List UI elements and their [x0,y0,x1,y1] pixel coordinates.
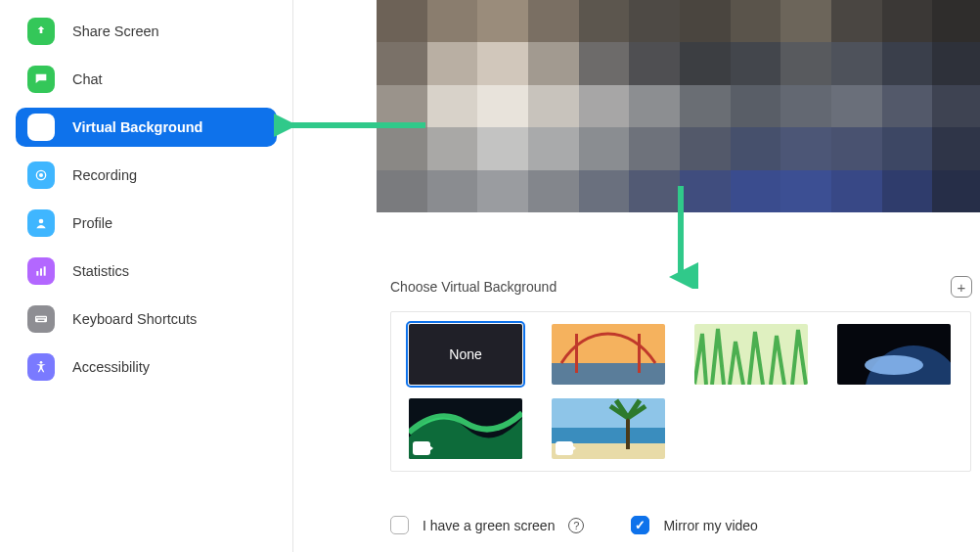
svg-rect-10 [38,317,39,318]
video-badge-icon [413,441,430,455]
video-badge-icon [556,441,573,455]
sidebar-item-label: Share Screen [72,23,159,39]
sidebar-item-label: Profile [72,215,112,231]
svg-rect-13 [44,317,45,318]
background-thumbnails: None [390,311,971,472]
thumb-bridge[interactable] [552,324,665,385]
sidebar-item-recording[interactable]: Recording [16,156,277,195]
svg-rect-28 [626,418,630,449]
svg-point-15 [40,361,43,364]
svg-rect-16 [552,324,665,363]
sidebar-item-share-screen[interactable]: Share Screen [16,12,277,51]
thumb-beach[interactable] [552,398,665,459]
chat-bubble-icon [27,66,55,93]
thumb-none[interactable]: None [409,324,522,385]
options-row: I have a green screen ? Mirror my video [390,516,758,534]
share-upload-icon [27,18,55,45]
svg-rect-9 [36,317,37,318]
bar-chart-icon [27,257,55,285]
svg-point-3 [39,173,43,177]
svg-rect-18 [575,334,578,373]
sidebar-item-label: Keyboard Shortcuts [72,311,197,327]
svg-rect-8 [35,316,47,323]
svg-rect-17 [552,363,665,385]
svg-rect-14 [38,320,45,321]
mirror-video-checkbox[interactable] [631,516,649,534]
sidebar-item-chat[interactable]: Chat [16,60,277,99]
record-icon [27,161,55,189]
svg-point-1 [40,124,43,127]
sidebar-item-label: Chat [72,71,103,87]
sidebar-item-statistics[interactable]: Statistics [16,252,277,291]
svg-rect-7 [44,266,46,275]
sidebar-item-accessibility[interactable]: Accessibility [16,347,277,387]
sidebar-item-keyboard-shortcuts[interactable]: Keyboard Shortcuts [16,299,277,339]
help-icon[interactable]: ? [568,518,584,533]
sidebar-item-label: Virtual Background [72,119,202,135]
svg-rect-5 [36,271,38,276]
video-preview-image [377,0,980,212]
person-icon [27,209,55,237]
add-background-button[interactable]: + [951,276,972,298]
sidebar-item-label: Statistics [72,263,129,279]
settings-sidebar: Share Screen Chat Virtual Background Rec… [0,0,293,552]
sidebar-item-profile[interactable]: Profile [16,204,277,243]
svg-rect-6 [40,268,42,275]
svg-rect-11 [40,317,41,318]
accessibility-icon [27,353,55,381]
main-panel: Choose Virtual Background + None I have … [293,0,980,552]
section-title: Choose Virtual Background [390,279,557,295]
thumb-earth[interactable] [837,324,951,385]
green-screen-label: I have a green screen [423,518,555,533]
thumb-aurora[interactable] [409,398,522,459]
svg-rect-12 [42,317,43,318]
svg-rect-25 [552,398,665,428]
thumb-grass[interactable] [694,324,808,385]
person-card-icon [27,114,55,141]
svg-point-23 [865,355,923,375]
green-screen-checkbox[interactable] [390,516,409,534]
keyboard-icon [27,305,55,333]
plus-icon: + [958,279,966,296]
thumb-none-label: None [449,346,481,362]
mirror-video-label: Mirror my video [663,518,757,533]
sidebar-item-label: Accessibility [72,359,150,375]
sidebar-item-label: Recording [72,167,137,183]
svg-point-4 [39,219,44,224]
sidebar-item-virtual-background[interactable]: Virtual Background [16,108,277,147]
video-preview [377,0,980,212]
svg-rect-19 [638,334,641,373]
